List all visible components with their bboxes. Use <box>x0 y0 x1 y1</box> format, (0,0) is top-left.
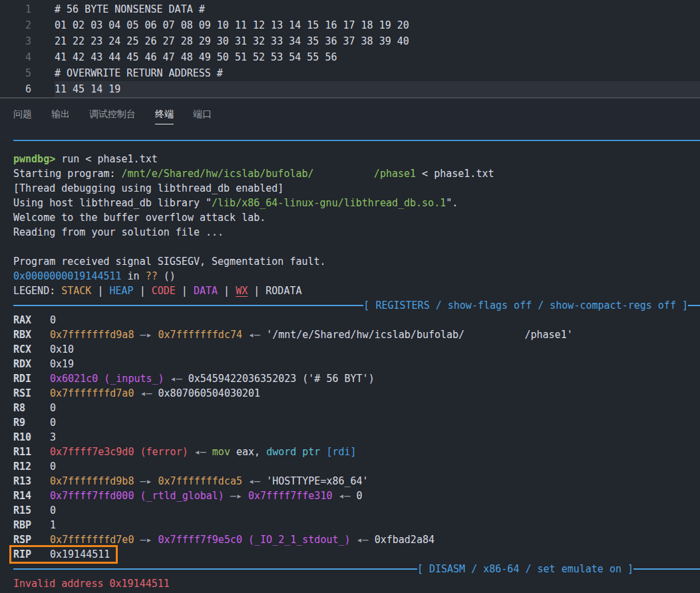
register-row-rbp: RBP1 <box>13 518 700 532</box>
register-name: R12 <box>13 459 50 474</box>
register-row-rip: RIP0x19144511 <box>13 547 700 562</box>
text-segment: Program received signal SIGSEGV, Segment… <box>13 256 326 268</box>
register-row-rdi: RDI0x6021c0 (_inputs_) ◂— 0x545942203635… <box>13 371 700 386</box>
editor-line: 321 22 23 24 25 26 27 28 29 30 31 32 33 … <box>0 33 700 49</box>
bottom-panel: 问题输出调试控制台终端端口 pwndbg> run < phase1.txtSt… <box>0 99 700 593</box>
text-segment: ◂— <box>188 446 212 458</box>
text-segment: Starting program: <box>13 168 122 180</box>
text-segment: /lib/x86_64-linux-gnu/libthread_db.so.1 <box>212 197 446 209</box>
text-segment: 3 <box>50 431 56 443</box>
register-row-r10: R103 <box>13 430 700 445</box>
text-segment: | <box>218 285 236 297</box>
register-name: RAX <box>13 313 50 327</box>
editor-line: 201 02 03 04 05 06 07 08 09 10 11 12 13 … <box>0 17 700 33</box>
line-number: 2 <box>0 17 31 33</box>
register-name: R8 <box>13 401 50 415</box>
text-segment: ?? <box>146 270 158 282</box>
text-segment: 0x7fffffffd7a0 <box>50 387 134 399</box>
text-segment: —▸ <box>134 329 158 341</box>
panel-tab-debug-console[interactable]: 调试控制台 <box>89 108 136 124</box>
text-segment: 0x7fffffffd9a8 <box>50 329 134 341</box>
text-segment: | <box>134 285 152 297</box>
text-segment: () <box>158 270 176 282</box>
line-number: 1 <box>0 1 31 17</box>
text-segment: 0x19 <box>50 358 74 370</box>
text-segment: 0 <box>357 490 363 502</box>
legend-line: LEGEND: STACK | HEAP | CODE | DATA | WX … <box>13 284 700 298</box>
terminal-line: [Thread debugging using libthread_db ena… <box>13 181 700 196</box>
text-segment: STACK <box>61 285 91 297</box>
register-row-rdx: RDX0x19 <box>13 357 700 371</box>
register-name: RDX <box>13 357 50 371</box>
panel-tab-ports[interactable]: 端口 <box>193 108 212 124</box>
text-segment: 'HOSTTYPE=x86_64' <box>266 475 369 487</box>
text-segment: 0x7ffff7f9e5c0 (_IO_2_1_stdout_) <box>158 534 351 546</box>
separator-line <box>13 568 417 570</box>
register-row-r12: R120 <box>13 459 700 474</box>
register-name: RBP <box>13 518 50 532</box>
panel-tab-problems[interactable]: 问题 <box>13 108 32 124</box>
line-number: 3 <box>0 33 31 49</box>
text-segment: mov <box>212 446 230 458</box>
editor-line: 611 45 14 19 <box>0 81 700 97</box>
text-segment: 0 <box>50 417 56 429</box>
rip-highlight-box: RIP0x19144511 <box>9 545 118 564</box>
register-row-rbx: RBX0x7fffffffd9a8 —▸ 0x7fffffffdc74 ◂— '… <box>13 327 700 342</box>
text-segment: ◂— <box>164 373 188 385</box>
terminal-line: Using host libthread_db library "/lib/x8… <box>13 196 700 210</box>
register-name: RBX <box>13 327 50 342</box>
separator-line <box>13 305 363 306</box>
terminal-line: pwndbg> run < phase1.txt <box>13 152 700 166</box>
text-segment: DATA <box>194 285 218 297</box>
separator-label: [ DISASM / x86-64 / set emulate on ] <box>417 562 633 576</box>
register-row-r13: R130x7fffffffd9b8 —▸ 0x7fffffffdca5 ◂— '… <box>13 474 700 489</box>
text-segment: run < phase1.txt <box>61 153 158 165</box>
line-text[interactable]: 41 42 43 44 45 46 47 48 49 50 51 52 53 5… <box>55 49 700 65</box>
terminal-line <box>13 240 700 254</box>
editor-line: 5# OVERWRITE RETURN ADDRESS # <box>0 65 700 81</box>
register-row-rcx: RCX0x10 <box>13 342 700 357</box>
disasm-separator: [ DISASM / x86-64 / set emulate on ] <box>13 562 700 576</box>
register-name: R10 <box>13 430 50 445</box>
register-name: R14 <box>13 489 50 503</box>
register-row-r14: R140x7ffff7ffd000 (_rtld_global) —▸ 0x7f… <box>13 489 700 503</box>
terminal-line: Welcome to the buffer overflow attack la… <box>13 210 700 225</box>
terminal-line: Reading from your solution file ... <box>13 225 700 240</box>
text-segment: eax, <box>230 446 266 458</box>
line-text[interactable]: # OVERWRITE RETURN ADDRESS # <box>55 65 700 81</box>
register-name: RCX <box>13 342 50 357</box>
text-segment: 0x19144511 <box>50 548 110 560</box>
panel-tab-bar: 问题输出调试控制台终端端口 <box>0 99 700 124</box>
registers-separator: [ REGISTERS / show-flags off / show-comp… <box>13 298 700 313</box>
line-text[interactable]: 11 45 14 19 <box>55 81 700 97</box>
register-row-r9: R90 <box>13 415 700 430</box>
editor-lines: 1# 56 BYTE NONSENSE DATA #201 02 03 04 0… <box>0 1 700 97</box>
text-segment: Welcome to the buffer overflow attack la… <box>13 212 265 224</box>
terminal-line: 0x0000000019144511 in ?? () <box>13 269 700 284</box>
register-name: R9 <box>13 415 50 430</box>
terminal-output[interactable]: pwndbg> run < phase1.txtStarting program… <box>0 141 700 593</box>
text-segment: WX <box>236 285 248 297</box>
register-name: R15 <box>13 503 50 518</box>
panel-tab-output[interactable]: 输出 <box>51 108 70 124</box>
text-segment: 0 <box>50 314 56 326</box>
text-segment: ◂— <box>242 475 266 487</box>
text-segment: ◂— <box>332 490 356 502</box>
editor-pane[interactable]: 1# 56 BYTE NONSENSE DATA #201 02 03 04 0… <box>0 0 700 99</box>
text-segment: 1 <box>50 519 56 531</box>
text-segment: ". <box>446 197 458 209</box>
register-row-rax: RAX0 <box>13 313 700 327</box>
line-number: 5 <box>0 65 31 81</box>
text-segment: LEGEND: <box>13 285 61 297</box>
register-row-r8: R80 <box>13 401 700 415</box>
text-segment: 0x807060504030201 <box>158 387 261 399</box>
text-segment: | <box>91 285 109 297</box>
text-segment: | <box>176 285 194 297</box>
text-segment: 0x7ffff7ffd000 (_rtld_global) <box>50 490 224 502</box>
text-segment: [rdi] <box>326 446 356 458</box>
line-text[interactable]: # 56 BYTE NONSENSE DATA # <box>55 1 700 17</box>
terminal-line: Program received signal SIGSEGV, Segment… <box>13 254 700 269</box>
panel-tab-terminal[interactable]: 终端 <box>155 108 174 124</box>
line-text[interactable]: 21 22 23 24 25 26 27 28 29 30 31 32 33 3… <box>55 33 700 49</box>
line-text[interactable]: 01 02 03 04 05 06 07 08 09 10 11 12 13 1… <box>55 17 700 33</box>
